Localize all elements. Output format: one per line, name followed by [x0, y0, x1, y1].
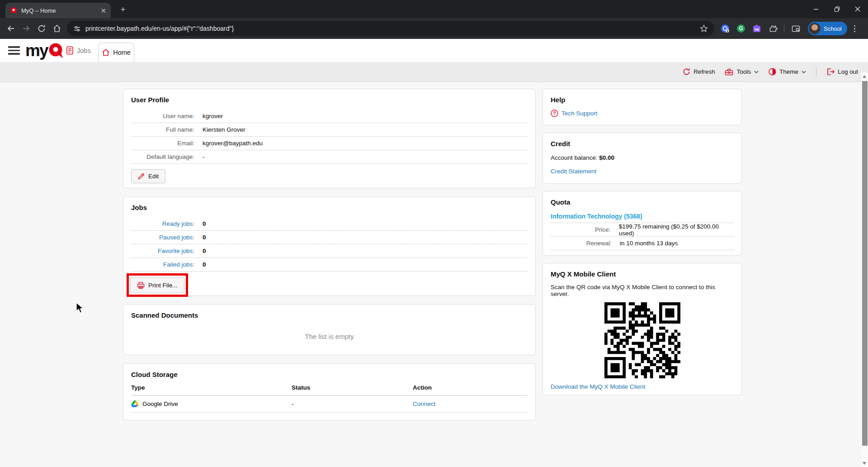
profile-avatar	[809, 23, 821, 34]
profile-name: School	[824, 25, 842, 32]
side-panel-search-icon[interactable]	[789, 22, 802, 35]
help-title: Help	[551, 96, 734, 104]
mobile-client-card: MyQ X Mobile Client Scan the QR code via…	[542, 263, 742, 396]
browser-profile-button[interactable]: School	[808, 22, 847, 35]
refresh-label: Refresh	[693, 68, 715, 75]
theme-button[interactable]: Theme	[769, 68, 806, 76]
connect-link[interactable]: Connect	[413, 400, 435, 407]
tab-jobs[interactable]: Jobs	[66, 39, 91, 62]
tools-label: Tools	[736, 68, 751, 75]
forward-button[interactable]	[19, 21, 33, 36]
printer-icon	[137, 281, 145, 289]
question-circle-icon: ?	[551, 110, 558, 117]
tab-title: MyQ – Home	[21, 7, 96, 14]
refresh-button[interactable]: Refresh	[683, 68, 715, 76]
mouse-cursor	[76, 302, 85, 314]
quota-title: Quota	[551, 198, 734, 206]
profile-row-username: User name: kgrover	[131, 110, 528, 123]
failed-jobs-link[interactable]: Failed jobs:	[131, 261, 194, 268]
row-label: User name:	[131, 113, 194, 119]
edit-button-label: Edit	[148, 173, 159, 180]
myq-q-logo-icon	[48, 42, 64, 60]
row-label: Price:	[551, 226, 611, 233]
mobile-client-title: MyQ X Mobile Client	[551, 270, 734, 278]
row-value: in 10 months 13 days	[620, 240, 678, 247]
row-value: 0	[203, 261, 206, 268]
jobs-row-failed: Failed jobs: 0	[131, 258, 528, 272]
home-icon	[102, 48, 110, 57]
row-label: Full name:	[131, 126, 194, 133]
profile-row-email: Email: kgrover@baypath.edu	[131, 137, 528, 150]
hamburger-menu-icon[interactable]	[8, 46, 20, 55]
row-label: Email:	[131, 140, 194, 147]
quota-card: Quota Information Technology (5368) Pric…	[542, 191, 742, 256]
url-text[interactable]: printcenter.baypath.edu/en-us/app/#{"r":…	[85, 25, 695, 32]
row-value: $199.75 remaining ($0.25 of $200.00 used…	[619, 223, 734, 237]
reload-button[interactable]	[34, 21, 49, 36]
download-mobile-client-link[interactable]: Download the MyQ X Mobile Client	[551, 383, 645, 390]
row-label: Default language:	[131, 153, 194, 160]
read-write-extension-icon[interactable]: rw	[750, 22, 763, 35]
row-value: kgrover@baypath.edu	[203, 140, 263, 147]
scrollbar-down-arrow[interactable]	[863, 462, 866, 465]
row-value: -	[203, 153, 205, 160]
jobs-row-favorite: Favorite jobs: 0	[131, 244, 528, 258]
bookmark-star-icon[interactable]	[700, 24, 708, 33]
url-bar[interactable]: printcenter.baypath.edu/en-us/app/#{"r":…	[67, 21, 714, 36]
row-value: 0	[203, 220, 206, 227]
cloud-table-header: Type Status Action	[131, 384, 528, 396]
print-file-button[interactable]: Print File...	[130, 277, 184, 293]
scrollbar-up-arrow[interactable]	[863, 75, 866, 78]
browser-menu-icon[interactable]	[854, 25, 855, 32]
theme-icon	[769, 68, 776, 76]
tools-button[interactable]: Tools	[725, 68, 759, 76]
theme-label: Theme	[779, 68, 798, 75]
print-file-label: Print File...	[148, 282, 178, 289]
logout-button[interactable]: Log out	[826, 68, 858, 76]
tab-close-icon[interactable]: ✕	[100, 7, 106, 14]
jobs-row-paused: Paused jobs: 0	[131, 231, 528, 244]
paused-jobs-link[interactable]: Paused jobs:	[131, 234, 194, 241]
user-profile-title: User Profile	[131, 96, 528, 104]
grammarly-extension-icon[interactable]: G	[735, 22, 747, 35]
logout-label: Log out	[838, 68, 858, 75]
chevron-down-icon	[754, 71, 759, 73]
column-type: Type	[131, 384, 292, 391]
window-restore-button[interactable]	[826, 0, 847, 18]
tab-home[interactable]: Home	[98, 43, 134, 62]
page-toolbar: Refresh Tools Theme Log out	[0, 62, 868, 82]
jobs-row-ready: Ready jobs: 0	[131, 217, 528, 231]
jobs-card: Jobs Ready jobs: 0 Paused jobs: 0 Favori…	[123, 196, 536, 296]
favorite-jobs-link[interactable]: Favorite jobs:	[131, 248, 194, 254]
page-scrollbar[interactable]	[861, 72, 868, 467]
window-close-button[interactable]	[847, 0, 868, 18]
site-settings-icon[interactable]	[73, 25, 81, 33]
tab-home-label: Home	[113, 49, 131, 56]
logout-icon	[826, 68, 835, 76]
back-button[interactable]	[4, 21, 18, 36]
scrollbar-thumb[interactable]	[862, 81, 868, 446]
qr-code-image	[604, 302, 680, 378]
window-minimize-button[interactable]	[806, 0, 826, 18]
password-manager-extension-icon[interactable]	[719, 22, 731, 35]
ready-jobs-link[interactable]: Ready jobs:	[131, 220, 194, 227]
row-value: Kiersten Grover	[203, 126, 245, 133]
tech-support-link[interactable]: Tech Support	[561, 110, 598, 117]
svg-text:G: G	[739, 25, 743, 32]
svg-text:?: ?	[553, 110, 556, 116]
pencil-icon	[138, 173, 145, 180]
browser-tab[interactable]: MyQ – Home ✕	[5, 3, 111, 18]
home-button[interactable]	[50, 21, 64, 36]
edit-button[interactable]: Edit	[131, 169, 165, 183]
credit-card: Credit Account balance: $0.00 Credit Sta…	[542, 133, 742, 184]
credit-statement-link[interactable]: Credit Statement	[551, 168, 596, 175]
new-tab-button[interactable]: +	[118, 4, 128, 15]
browser-toolbar: printcenter.baypath.edu/en-us/app/#{"r":…	[0, 18, 868, 39]
svg-text:rw: rw	[755, 27, 759, 32]
quota-department-link[interactable]: Information Technology (5368)	[551, 213, 642, 220]
balance-label: Account balance:	[551, 154, 599, 161]
row-value: 0	[203, 248, 206, 254]
extensions-puzzle-icon[interactable]	[766, 22, 779, 35]
refresh-icon	[683, 68, 690, 76]
dashboard-content: User Profile User name: kgrover Full nam…	[0, 82, 868, 467]
